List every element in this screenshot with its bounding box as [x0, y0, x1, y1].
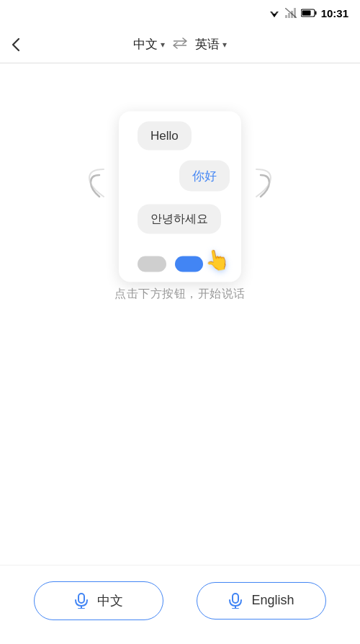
english-button-label: English [251, 593, 294, 608]
bottom-bar: 中文 English [0, 565, 360, 644]
main-content: Hello 你好 안녕하세요 👆 点击下方按钮，开始说话 [0, 63, 360, 565]
svg-rect-9 [315, 12, 316, 15]
back-button[interactable] [12, 37, 20, 52]
source-language-selector[interactable]: 中文 ▾ [133, 36, 165, 53]
source-lang-arrow: ▾ [161, 40, 165, 50]
mic-icon-chinese [74, 593, 89, 609]
language-selector: 中文 ▾ 英语 ▾ [133, 36, 227, 53]
status-icons: 10:31 [268, 7, 348, 19]
pill-button-left [138, 256, 166, 272]
target-lang-arrow: ▾ [222, 40, 227, 50]
target-language-label: 英语 [195, 36, 220, 53]
chinese-button-label: 中文 [97, 592, 123, 609]
svg-rect-13 [78, 594, 84, 603]
mic-icon-english [228, 593, 243, 609]
svg-marker-2 [272, 14, 276, 17]
chinese-mic-button[interactable]: 中文 [34, 581, 163, 620]
signal-icon [285, 8, 297, 18]
bubble-hello: Hello [138, 122, 192, 151]
source-language-label: 中文 [133, 36, 158, 53]
svg-rect-4 [288, 13, 290, 18]
svg-rect-10 [302, 11, 310, 16]
header: 中文 ▾ 英语 ▾ [0, 26, 360, 63]
wave-right-icon [255, 168, 281, 225]
bubble-nihao: 你好 [179, 161, 230, 192]
phone-card: Hello 你好 안녕하세요 👆 [119, 112, 241, 282]
target-language-selector[interactable]: 英语 ▾ [195, 36, 227, 53]
hint-text: 点击下方按钮，开始说话 [114, 287, 246, 302]
battery-icon [301, 9, 317, 17]
swap-languages-button[interactable] [172, 37, 188, 52]
pill-button-right [175, 256, 204, 272]
english-mic-button[interactable]: English [197, 582, 326, 620]
bubbles-area: Hello 你好 안녕하세요 [130, 122, 230, 244]
wifi-icon [268, 8, 281, 18]
cursor-icon: 👆 [202, 246, 231, 274]
time-display: 10:31 [321, 7, 348, 19]
bubble-korean: 안녕하세요 [138, 205, 221, 234]
bubble-buttons: 👆 [138, 256, 230, 272]
svg-rect-3 [285, 15, 287, 18]
wave-left-icon [79, 168, 105, 225]
svg-rect-16 [233, 594, 238, 603]
status-bar: 10:31 [0, 0, 360, 26]
illustration-wrapper: Hello 你好 안녕하세요 👆 [79, 121, 281, 272]
